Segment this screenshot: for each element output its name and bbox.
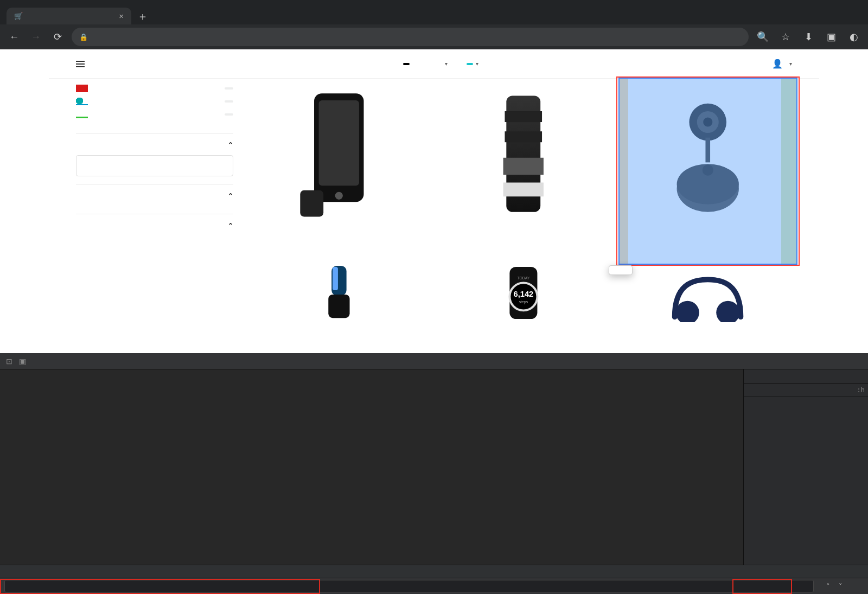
- product-card-selected[interactable]: [624, 82, 792, 260]
- facet-search-head[interactable]: ⌃: [76, 141, 233, 149]
- chevron-up-icon: ⌃: [228, 222, 233, 229]
- product-name: [439, 228, 608, 233]
- lock-icon: 🔒: [79, 33, 88, 41]
- chevron-down-icon: ▾: [445, 61, 448, 67]
- hot-badge: [403, 63, 410, 65]
- product-card[interactable]: [255, 260, 423, 353]
- find-bar: ˄ ˅: [0, 578, 868, 594]
- shop-by-category[interactable]: [76, 61, 90, 67]
- brand-hp[interactable]: [76, 95, 233, 108]
- devtools-tabs: ⊡ ▣: [0, 353, 868, 369]
- download-icon[interactable]: ⬇: [801, 29, 816, 44]
- product-image: [439, 82, 608, 228]
- product-image: [624, 260, 792, 325]
- facet-brand: [76, 82, 233, 133]
- brand-htc[interactable]: [76, 108, 233, 121]
- styles-panel: :h: [743, 369, 868, 565]
- brand-count: [225, 113, 233, 116]
- svg-point-24: [676, 301, 699, 322]
- svg-rect-8: [503, 182, 544, 196]
- nav-links: ▾ ▾: [384, 61, 478, 67]
- find-icon[interactable]: 🔍: [755, 29, 770, 44]
- product-name: [255, 228, 423, 233]
- chevron-up-icon: ⌃: [228, 141, 233, 149]
- product-image: [624, 82, 792, 228]
- styles-filter-input[interactable]: [747, 386, 857, 394]
- svg-point-15: [703, 164, 713, 175]
- device-icon[interactable]: ▣: [16, 357, 28, 366]
- product-image: [255, 260, 423, 325]
- svg-rect-6: [505, 131, 542, 142]
- close-tab-icon[interactable]: ×: [119, 11, 124, 21]
- cart-icon: 🛒: [14, 12, 23, 21]
- brand-count: [225, 100, 233, 103]
- svg-rect-1: [319, 100, 359, 186]
- svg-rect-17: [333, 267, 338, 290]
- product-card[interactable]: [255, 82, 423, 260]
- nav-mega[interactable]: ▾: [442, 61, 448, 67]
- nav-account[interactable]: 👤 ▾: [772, 59, 792, 69]
- product-card[interactable]: TODAY 6,142 steps: [439, 260, 608, 353]
- devtools: ⊡ ▣ :h ˄ ˅: [0, 353, 868, 594]
- site-navbar: ▾ ▾ 👤 ▾: [49, 49, 819, 79]
- address-bar[interactable]: 🔒: [72, 28, 749, 46]
- htc-logo-icon: [76, 111, 88, 118]
- sidebar: ⌃ ⌃ ⌃: [76, 79, 239, 353]
- styles-tabs: [744, 369, 868, 384]
- brand-count: [225, 87, 233, 90]
- product-card[interactable]: [624, 260, 792, 353]
- profile-icon[interactable]: ◐: [846, 29, 861, 44]
- svg-text:steps: steps: [519, 300, 528, 304]
- back-button[interactable]: ←: [7, 29, 22, 44]
- facet-color-head[interactable]: ⌃: [76, 192, 233, 200]
- facet-availability-head[interactable]: ⌃: [76, 222, 233, 229]
- facet-color: ⌃: [76, 184, 233, 214]
- svg-rect-12: [706, 137, 711, 162]
- sidebar-search-input[interactable]: [76, 155, 233, 176]
- browser-tab-strip: 🛒 × ＋: [0, 0, 868, 24]
- product-card[interactable]: [439, 82, 608, 260]
- svg-rect-5: [505, 111, 542, 122]
- canon-logo-icon: [76, 85, 88, 92]
- browser-tab[interactable]: 🛒 ×: [7, 8, 131, 24]
- see-more-link[interactable]: [76, 121, 233, 125]
- brand-canon[interactable]: [76, 82, 233, 95]
- facet-search: ⌃: [76, 133, 233, 184]
- svg-point-11: [703, 117, 712, 126]
- chevron-down-icon: ▾: [476, 61, 478, 67]
- svg-point-25: [717, 301, 740, 322]
- panel-icon[interactable]: ▣: [824, 29, 839, 44]
- nav-special[interactable]: [400, 63, 410, 65]
- nav-addons[interactable]: ▾: [464, 61, 478, 67]
- color-swatches: [76, 200, 233, 206]
- forward-button[interactable]: →: [28, 29, 43, 44]
- burger-icon: [76, 61, 85, 67]
- find-prev-button[interactable]: ˄: [825, 582, 832, 590]
- user-icon: 👤: [772, 59, 783, 69]
- find-input[interactable]: [4, 580, 814, 592]
- elements-panel[interactable]: [0, 369, 743, 565]
- svg-text:6,142: 6,142: [514, 290, 534, 298]
- page: ▾ ▾ 👤 ▾: [0, 49, 868, 353]
- reload-button[interactable]: ⟳: [50, 29, 65, 44]
- svg-text:TODAY: TODAY: [518, 276, 530, 280]
- breadcrumbs[interactable]: [0, 565, 868, 578]
- product-name: [624, 228, 792, 233]
- new-tab-button[interactable]: ＋: [135, 8, 151, 24]
- inspect-icon[interactable]: ⊡: [3, 357, 15, 366]
- hov-icon[interactable]: :h: [857, 386, 865, 394]
- bookmark-icon[interactable]: ☆: [778, 29, 793, 44]
- browser-toolbar: ← → ⟳ 🔒 🔍 ☆ ⬇ ▣ ◐: [0, 24, 868, 49]
- svg-rect-18: [328, 295, 349, 318]
- svg-rect-2: [301, 190, 324, 216]
- inspect-padding-overlay: [618, 78, 628, 265]
- svg-point-3: [335, 191, 343, 199]
- inspect-margin-overlay: [781, 78, 797, 265]
- svg-rect-7: [503, 157, 544, 174]
- inspect-tooltip: [609, 265, 633, 275]
- find-next-button[interactable]: ˅: [837, 582, 844, 590]
- featured-badge: [467, 63, 473, 65]
- chevron-up-icon: ⌃: [228, 192, 233, 200]
- styles-rules[interactable]: [744, 397, 868, 565]
- facet-availability: ⌃: [76, 214, 233, 237]
